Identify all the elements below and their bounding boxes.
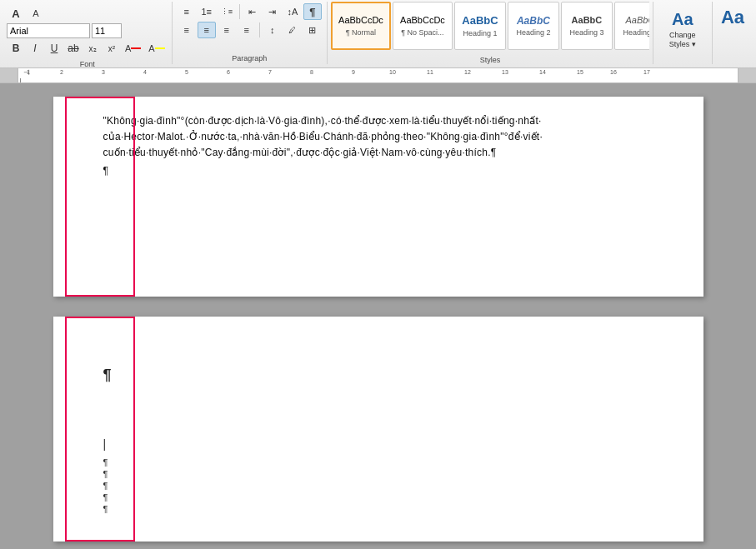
page2-pilcrows: ¶ ¶ ¶ ¶ ¶	[103, 457, 653, 514]
paragraph-group-label: Paragraph	[178, 52, 322, 62]
borders-button[interactable]: ⊞	[303, 22, 322, 38]
change-styles-section: Aa ChangeStyles ▾	[653, 2, 713, 64]
sort-button[interactable]: ↕A	[283, 3, 302, 20]
shading-button[interactable]: 🖊	[283, 22, 302, 38]
show-formatting-button[interactable]: ¶	[303, 3, 322, 20]
paragraph-group: ≡ 1≡ ⋮≡ ⇤ ⇥ ↕A ¶ ≡ ≡ ≡ ≡ ↕ 🖊 ⊞ Paragraph	[173, 2, 328, 64]
font-name-input[interactable]	[7, 23, 90, 38]
strikethrough-button[interactable]: ab	[64, 40, 83, 57]
change-styles-icon: Aa	[672, 9, 693, 29]
page-1: "Không·gia·đình"°(còn·được·dịch·là·Vô·gi…	[53, 97, 703, 297]
italic-button[interactable]: I	[26, 40, 44, 57]
line-spacing-button[interactable]: ↕	[263, 22, 282, 38]
text-color-button[interactable]: A	[122, 40, 144, 57]
page-2: ¶ | ¶ ¶ ¶ ¶ ¶	[53, 317, 703, 542]
small-pilcrow-5: ¶	[103, 504, 653, 514]
underline-button[interactable]: U	[45, 40, 63, 57]
small-pilcrow-1: ¶	[103, 457, 653, 467]
page1-pilcrow: ¶	[103, 165, 653, 177]
styles-group: AaBbCcDc ¶ Normal AaBbCcDc ¶ No Spaci...…	[328, 2, 653, 64]
style-heading2[interactable]: AaBbC Heading 2	[508, 2, 559, 50]
small-pilcrow-2: ¶	[103, 469, 653, 479]
align-right-button[interactable]: ≡	[218, 22, 236, 38]
style-normal[interactable]: AaBbCcDc ¶ Normal	[331, 2, 391, 50]
multilevel-list-button[interactable]: ⋮≡	[218, 3, 236, 20]
ruler: 1 2 3 4 5 6 7 8 9 10 11 12 13 14 15 16 1…	[0, 68, 756, 83]
style-heading4[interactable]: AaBbC Heading 4	[614, 2, 649, 50]
ruler-gray-right	[738, 68, 756, 82]
bullets-button[interactable]: ≡	[178, 3, 196, 20]
font-group: A A B I U ab x₂ x² A A Font	[3, 2, 173, 64]
subscript-button[interactable]: x₂	[83, 40, 102, 57]
page1-text[interactable]: "Không·gia·đình"°(còn·được·dịch·là·Vô·gi…	[103, 113, 653, 162]
page2-cursor-row[interactable]: |	[103, 437, 653, 451]
small-pilcrow-3: ¶	[103, 481, 653, 491]
ribbon: A A B I U ab x₂ x² A A Font ≡ 1≡ ⋮≡	[0, 0, 756, 68]
page2-pilcrow-large: ¶	[103, 367, 653, 384]
justify-button[interactable]: ≡	[238, 22, 256, 38]
highlight-button[interactable]: A	[145, 40, 168, 57]
decrease-indent-button[interactable]: ⇤	[243, 3, 262, 20]
bold-button[interactable]: B	[7, 40, 25, 57]
aa-large-button[interactable]: Aa	[718, 5, 748, 30]
superscript-button[interactable]: x²	[103, 40, 121, 57]
numbering-button[interactable]: 1≡	[198, 3, 216, 20]
page2-content: ¶ | ¶ ¶ ¶ ¶ ¶	[103, 333, 653, 514]
text-cursor-symbol: |	[103, 437, 107, 451]
document-area[interactable]: "Không·gia·đình"°(còn·được·dịch·là·Vô·gi…	[0, 83, 756, 549]
font-grow-icon[interactable]: A	[7, 5, 25, 22]
style-no-spacing[interactable]: AaBbCcDc ¶ No Spaci...	[393, 2, 453, 50]
styles-group-label: Styles	[331, 54, 649, 64]
align-center-button[interactable]: ≡	[198, 22, 216, 38]
align-left-button[interactable]: ≡	[178, 22, 196, 38]
font-shrink-icon[interactable]: A	[27, 5, 45, 22]
pilcrow-large: ¶	[103, 367, 112, 384]
font-group-label: Font	[7, 58, 168, 68]
ruler-gray-left	[0, 68, 18, 82]
font-size-input[interactable]	[92, 23, 122, 38]
right-aa-panel: Aa	[713, 2, 753, 64]
small-pilcrow-4: ¶	[103, 492, 653, 502]
change-styles-label: ChangeStyles ▾	[669, 31, 696, 49]
change-styles-button[interactable]: Aa ChangeStyles ▾	[657, 5, 708, 53]
increase-indent-button[interactable]: ⇥	[263, 3, 282, 20]
style-heading1[interactable]: AaBbC Heading 1	[454, 2, 506, 50]
ruler-white-area[interactable]: 1 2 3 4 5 6 7 8 9 10 11 12 13 14 15 16 1…	[18, 68, 738, 82]
style-heading3[interactable]: AaBbC Heading 3	[561, 2, 613, 50]
